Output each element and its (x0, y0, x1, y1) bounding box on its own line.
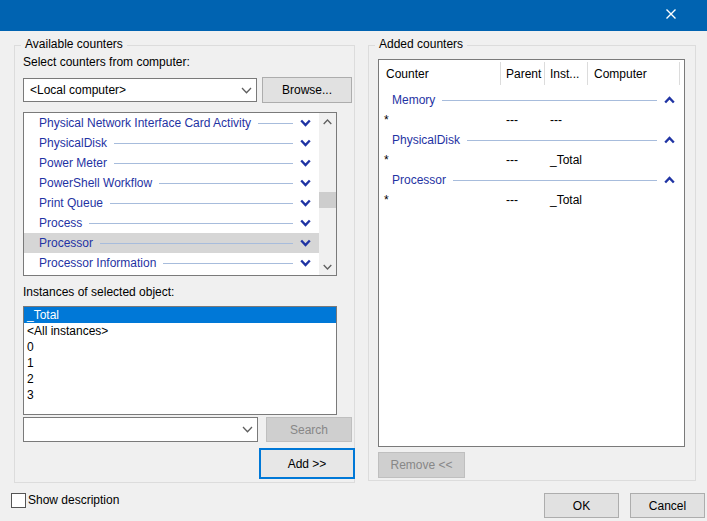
counter-leader-line (163, 263, 293, 264)
cell-parent: --- (506, 110, 518, 130)
instance-item[interactable]: 1 (24, 355, 336, 371)
chevron-up-icon[interactable] (664, 136, 675, 144)
close-icon (665, 8, 677, 23)
counter-item[interactable]: Physical Network Interface Card Activity (24, 113, 319, 133)
cell-instance: _Total (550, 150, 582, 170)
counter-item[interactable]: Processor (24, 233, 319, 253)
counter-name: Physical Network Interface Card Activity (39, 116, 251, 130)
instances-list: _Total<All instances>0123 (23, 306, 337, 415)
group-leader-line (467, 140, 657, 141)
chevron-down-icon[interactable] (236, 87, 256, 94)
counter-leader-line (159, 183, 293, 184)
computer-combo[interactable]: <Local computer> (23, 78, 257, 102)
browse-button[interactable]: Browse... (262, 77, 352, 103)
column-header-parent[interactable]: Parent (500, 60, 550, 87)
group-leader-line (442, 100, 657, 101)
scroll-thumb[interactable] (319, 192, 336, 208)
chevron-down-icon[interactable] (300, 159, 311, 167)
counters-rows: Physical Network Interface Card Activity… (24, 113, 319, 275)
counter-leader-line (100, 243, 293, 244)
chevron-up-icon[interactable] (664, 96, 675, 104)
add-counters-dialog: { "window": { "close_icon": "x" }, "avai… (0, 0, 707, 521)
column-header-instance[interactable]: Inst... (544, 60, 593, 87)
chevron-down-icon[interactable] (300, 119, 311, 127)
cell-instance: _Total (550, 190, 582, 210)
table-body: Memory*------PhysicalDisk*---_TotalProce… (379, 87, 684, 446)
instance-item[interactable]: 3 (24, 387, 336, 403)
cancel-button[interactable]: Cancel (630, 493, 705, 518)
column-separator (679, 62, 680, 85)
counter-group-row[interactable]: Memory (379, 90, 684, 110)
counter-item[interactable]: PowerShell Workflow (24, 173, 319, 193)
counter-group-row[interactable]: Processor (379, 170, 684, 190)
chevron-down-icon[interactable] (300, 239, 311, 247)
counter-name: PhysicalDisk (39, 136, 107, 150)
counter-data-row[interactable]: *------ (379, 110, 684, 130)
added-counters-table: Counter Parent Inst... Computer Memory*-… (378, 59, 685, 447)
counter-leader-line (114, 163, 293, 164)
group-leader-line (453, 180, 657, 181)
available-counters-group: Available counters Select counters from … (14, 45, 355, 483)
counter-group-name: PhysicalDisk (392, 133, 460, 147)
instance-item[interactable]: 0 (24, 339, 336, 355)
counter-group-row[interactable]: PhysicalDisk (379, 130, 684, 150)
counters-scrollbar[interactable] (319, 113, 336, 275)
counter-name: Processor (39, 236, 93, 250)
counter-name: Power Meter (39, 156, 107, 170)
counter-leader-line (110, 203, 293, 204)
cell-parent: --- (506, 150, 518, 170)
scroll-down-icon[interactable] (319, 258, 336, 275)
added-counters-group: Added counters Counter Parent Inst... Co… (368, 45, 696, 481)
counter-data-row[interactable]: *---_Total (379, 150, 684, 170)
chevron-down-icon[interactable] (300, 179, 311, 187)
column-header-computer[interactable]: Computer (587, 60, 686, 87)
counter-name: Processor Information (39, 256, 156, 270)
counter-item[interactable]: Processor Information (24, 253, 319, 273)
title-bar (0, 0, 707, 31)
counter-leader-line (114, 143, 293, 144)
chevron-down-icon[interactable] (300, 139, 311, 147)
counter-name: Process (39, 216, 82, 230)
counter-leader-line (89, 223, 293, 224)
search-combo[interactable] (23, 417, 258, 442)
scroll-up-icon[interactable] (319, 113, 336, 130)
chevron-down-icon[interactable] (300, 259, 311, 267)
counter-item[interactable]: PhysicalDisk (24, 133, 319, 153)
counter-item[interactable]: Print Queue (24, 193, 319, 213)
column-header-counter[interactable]: Counter (379, 60, 507, 87)
counter-data-row[interactable]: *---_Total (379, 190, 684, 210)
instance-item[interactable]: 2 (24, 371, 336, 387)
table-header: Counter Parent Inst... Computer (379, 60, 684, 87)
counter-group-name: Memory (392, 93, 435, 107)
instance-item[interactable]: _Total (24, 307, 336, 323)
chevron-up-icon[interactable] (664, 176, 675, 184)
ok-button[interactable]: OK (544, 493, 619, 518)
counter-item[interactable]: Process (24, 213, 319, 233)
instance-item[interactable]: <All instances> (24, 323, 336, 339)
show-description-label: Show description (28, 493, 119, 507)
close-button[interactable] (647, 0, 694, 31)
added-counters-group-label: Added counters (375, 37, 467, 51)
cell-counter: * (384, 150, 389, 170)
chevron-down-icon[interactable] (237, 426, 257, 433)
counter-item[interactable]: Power Meter (24, 153, 319, 173)
select-computer-label: Select counters from computer: (23, 55, 190, 69)
add-button[interactable]: Add >> (259, 448, 355, 479)
counters-list: Physical Network Interface Card Activity… (23, 112, 337, 276)
cell-parent: --- (506, 190, 518, 210)
cell-counter: * (384, 190, 389, 210)
computer-combo-value: <Local computer> (24, 83, 236, 97)
counter-name: Print Queue (39, 196, 103, 210)
chevron-down-icon[interactable] (300, 199, 311, 207)
search-button[interactable]: Search (266, 417, 352, 442)
available-counters-group-label: Available counters (21, 37, 127, 51)
show-description-checkbox[interactable] (11, 493, 26, 508)
instances-label: Instances of selected object: (23, 285, 174, 299)
counter-leader-line (258, 123, 293, 124)
remove-button[interactable]: Remove << (378, 452, 465, 478)
counter-group-name: Processor (392, 173, 446, 187)
chevron-down-icon[interactable] (300, 219, 311, 227)
cell-instance: --- (550, 110, 562, 130)
cell-counter: * (384, 110, 389, 130)
counter-name: PowerShell Workflow (39, 176, 152, 190)
